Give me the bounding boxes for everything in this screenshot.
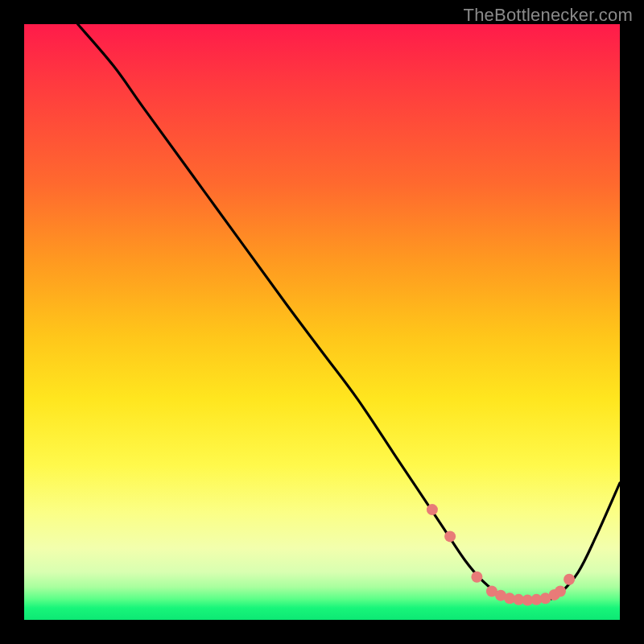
curve-layer xyxy=(24,24,620,620)
highlight-dots xyxy=(427,504,575,605)
bottleneck-curve xyxy=(78,24,620,601)
highlight-dot xyxy=(471,572,482,583)
chart-stage: TheBottlenecker.com xyxy=(0,0,644,644)
highlight-dot xyxy=(444,530,456,542)
highlight-dot xyxy=(427,504,438,515)
plot-area xyxy=(24,24,620,620)
highlight-dot xyxy=(564,574,575,585)
highlight-dot xyxy=(555,585,566,597)
attribution-text: TheBottlenecker.com xyxy=(464,5,633,26)
